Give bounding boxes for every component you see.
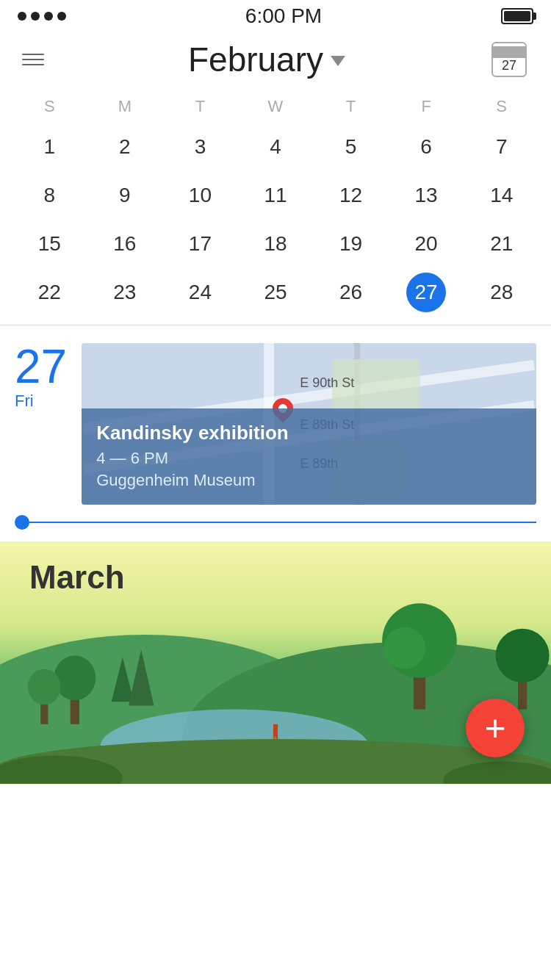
hamburger-line-3	[22, 64, 44, 65]
signal-dot-3	[44, 12, 53, 21]
calendar-icon-top	[493, 46, 525, 58]
event-section: 27 Fri E 90th St E 89th St E 89th Kandin…	[0, 325, 551, 505]
calendar-week-4: 22 23 24 25 26 27 28	[12, 272, 539, 313]
month-selector[interactable]: February	[188, 40, 345, 79]
signal-dot-4	[57, 12, 66, 21]
event-location: Guggenheim Museum	[96, 471, 522, 490]
timeline-line	[29, 522, 536, 523]
svg-point-5	[54, 655, 96, 700]
timeline-row	[0, 505, 551, 530]
event-day-number: 27	[15, 343, 67, 390]
calendar-week-1: 1 2 3 4 5 6 7	[12, 126, 539, 167]
cal-day-26[interactable]: 26	[313, 272, 389, 313]
cal-day-27-today[interactable]: 27	[406, 273, 446, 312]
march-month-title: March	[29, 559, 125, 596]
status-time: 6:00 PM	[245, 4, 322, 28]
cal-day-12[interactable]: 12	[313, 175, 389, 216]
cal-day-16[interactable]: 16	[87, 223, 163, 264]
cal-day-13[interactable]: 13	[389, 175, 464, 216]
calendar-week-2: 8 9 10 11 12 13 14	[12, 175, 539, 216]
hamburger-line-1	[22, 54, 44, 55]
svg-point-12	[383, 627, 425, 669]
cal-day-18[interactable]: 18	[238, 223, 314, 264]
calendar-icon: 27	[491, 42, 527, 77]
cal-day-3[interactable]: 3	[162, 126, 238, 167]
day-header-sat: S	[464, 97, 539, 116]
hamburger-line-2	[22, 59, 44, 60]
day-header-thu: T	[313, 97, 389, 116]
menu-button[interactable]	[22, 54, 44, 65]
event-card[interactable]: E 90th St E 89th St E 89th Kandinsky exh…	[82, 343, 536, 505]
battery-fill	[504, 11, 530, 21]
cal-day-7[interactable]: 7	[464, 126, 539, 167]
add-icon: +	[484, 710, 505, 746]
day-header-tue: T	[162, 97, 238, 116]
cal-day-4[interactable]: 4	[238, 126, 314, 167]
day-headers-row: S M T W T F S	[12, 90, 539, 126]
signal-dots	[18, 12, 66, 21]
cal-day-8[interactable]: 8	[12, 175, 87, 216]
day-header-wed: W	[238, 97, 314, 116]
cal-day-17[interactable]: 17	[162, 223, 238, 264]
day-header-sun: S	[12, 97, 87, 116]
map-label-90th: E 90th St	[300, 375, 354, 391]
march-section[interactable]: March +	[0, 541, 551, 784]
cal-day-14[interactable]: 14	[464, 175, 539, 216]
cal-day-21[interactable]: 21	[464, 223, 539, 264]
signal-dot-2	[31, 12, 40, 21]
event-date-column: 27 Fri	[15, 343, 67, 505]
cal-day-22[interactable]: 22	[12, 272, 87, 313]
event-overlay: Kandinsky exhibition 4 — 6 PM Guggenheim…	[82, 408, 536, 505]
cal-day-23[interactable]: 23	[87, 272, 163, 313]
svg-point-7	[28, 669, 61, 705]
calendar-today-date: 27	[502, 58, 516, 73]
cal-day-11[interactable]: 11	[238, 175, 314, 216]
svg-point-14	[496, 629, 550, 682]
cal-day-9[interactable]: 9	[87, 175, 163, 216]
day-header-fri: F	[389, 97, 464, 116]
battery-icon	[501, 8, 533, 24]
cal-day-28[interactable]: 28	[464, 272, 539, 313]
calendar-grid: S M T W T F S 1 2 3 4 5 6 7 8 9 10 11 12…	[0, 90, 551, 313]
chevron-down-icon	[331, 56, 345, 66]
day-header-mon: M	[87, 97, 163, 116]
cal-day-15[interactable]: 15	[12, 223, 87, 264]
event-time: 4 — 6 PM	[96, 449, 522, 468]
timeline-dot	[15, 515, 29, 530]
event-day-name: Fri	[15, 392, 34, 411]
cal-day-20[interactable]: 20	[389, 223, 464, 264]
cal-day-6[interactable]: 6	[389, 126, 464, 167]
march-landscape-svg	[0, 590, 551, 784]
cal-day-25[interactable]: 25	[238, 272, 314, 313]
cal-day-19[interactable]: 19	[313, 223, 389, 264]
cal-day-24[interactable]: 24	[162, 272, 238, 313]
cal-day-2[interactable]: 2	[87, 126, 163, 167]
event-title: Kandinsky exhibition	[96, 422, 522, 444]
signal-dot-1	[18, 12, 26, 21]
app-header: February 27	[0, 32, 551, 90]
cal-day-10[interactable]: 10	[162, 175, 238, 216]
cal-day-1[interactable]: 1	[12, 126, 87, 167]
month-label: February	[188, 40, 323, 79]
cal-day-5[interactable]: 5	[313, 126, 389, 167]
status-bar: 6:00 PM	[0, 0, 551, 32]
calendar-week-3: 15 16 17 18 19 20 21	[12, 223, 539, 264]
add-event-button[interactable]: +	[466, 699, 525, 757]
today-button[interactable]: 27	[489, 40, 529, 79]
